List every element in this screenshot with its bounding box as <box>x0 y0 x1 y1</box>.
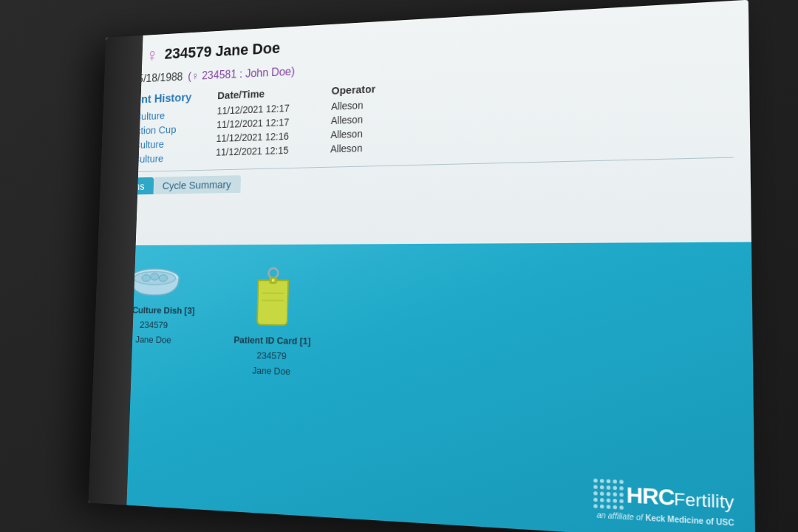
cell-datetime-3: 11/12/2021 12:15 <box>216 143 317 157</box>
hrc-dots <box>594 479 625 511</box>
hrc-text: HRC Fertility <box>627 482 734 514</box>
cell-operator-1: Alleson <box>331 114 364 126</box>
bottom-panel: Egg Culture Dish [3] 234579 Jane Doe <box>89 242 756 532</box>
svg-point-11 <box>271 278 276 282</box>
screen: ♀ 234579 Jane Doe 🔒 5/18/1988 (♀ 234581 … <box>89 0 756 532</box>
partner-info: (♀ 234581 : John Doe) <box>188 65 295 83</box>
patient-dob: 5/18/1988 <box>137 71 183 85</box>
svg-point-8 <box>159 275 168 282</box>
items-container: Egg Culture Dish [3] 234579 Jane Doe <box>112 266 728 389</box>
top-panel: ♀ 234579 Jane Doe 🔒 5/18/1988 (♀ 234581 … <box>98 0 751 245</box>
col-datetime-header: Date/Time <box>217 85 318 101</box>
id-card-label: Patient ID Card [1] <box>233 335 311 347</box>
hrc-logo: HRC Fertility an affiliate of Keck Medic… <box>594 479 734 528</box>
svg-point-6 <box>142 275 151 282</box>
col-operator-header: Operator <box>331 83 375 97</box>
history-table: Date/Time Operator 11/12/2021 12:17 Alle… <box>216 66 734 164</box>
svg-point-7 <box>151 273 160 280</box>
tabs-row: Items Cycle Summary <box>112 164 734 195</box>
id-card-name: Jane Doe <box>252 365 290 377</box>
svg-point-9 <box>268 268 278 279</box>
item-patient-id-card[interactable]: Patient ID Card [1] 234579 Jane Doe <box>233 266 313 378</box>
hrc-fertility-text: Fertility <box>674 489 734 514</box>
hrc-abbr: HRC <box>627 482 675 511</box>
gender-symbol: ♀ <box>146 46 158 64</box>
cell-operator-2: Alleson <box>330 128 363 140</box>
egg-dish-name: Jane Doe <box>135 334 171 345</box>
egg-dish-id: 234579 <box>140 319 168 330</box>
cell-operator-3: Alleson <box>330 143 363 155</box>
tag-icon <box>250 266 296 331</box>
cell-datetime-2: 11/12/2021 12:16 <box>216 129 316 143</box>
id-card-id: 234579 <box>256 350 287 362</box>
monitor-frame: ♀ 234579 Jane Doe 🔒 5/18/1988 (♀ 234581 … <box>0 0 798 532</box>
tab-cycle-summary[interactable]: Cycle Summary <box>153 175 240 194</box>
cell-operator-0: Alleson <box>331 100 364 112</box>
patient-id-name: 234579 Jane Doe <box>164 39 280 63</box>
screen-wrapper: ♀ 234579 Jane Doe 🔒 5/18/1988 (♀ 234581 … <box>0 0 798 532</box>
